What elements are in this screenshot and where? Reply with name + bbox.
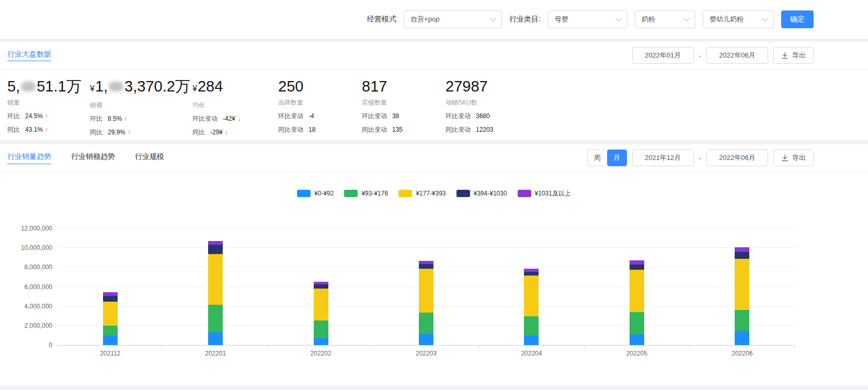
bar-segment[interactable] [314, 320, 328, 338]
overview-export-button[interactable]: 导出 [773, 47, 814, 64]
bar-segment[interactable] [419, 334, 433, 345]
bar-segment[interactable] [735, 252, 749, 259]
bar-segment[interactable] [524, 272, 539, 276]
trend-export-button[interactable]: 导出 [773, 150, 814, 166]
stacked-bar-202203[interactable] [419, 261, 433, 345]
y-axis-tick-label: 0 [0, 341, 52, 349]
chart-legend: ¥0-¥92¥93-¥176¥177-¥393¥394-¥1030¥1031及以… [0, 189, 868, 198]
bar-segment[interactable] [419, 264, 433, 269]
bar-segment[interactable] [103, 296, 118, 302]
bar-segment[interactable] [735, 259, 749, 311]
bar-segment[interactable] [735, 247, 749, 252]
bar-segment[interactable] [735, 331, 749, 345]
kpi-value-text: 1, [95, 78, 108, 95]
stacked-bar-202206[interactable] [735, 247, 749, 345]
download-icon [781, 154, 789, 162]
business-mode-label: 经营模式 [367, 15, 396, 24]
x-axis-tick [795, 345, 795, 348]
overview-section: 行业大盘数据 2022年01月 - 2022年06月 导出 5,51.1万销量环… [0, 42, 868, 140]
legend-swatch [344, 190, 358, 197]
trend-controls: 周 月 2021年12月 - 2022年06月 导出 [587, 150, 814, 166]
bar-segment[interactable] [103, 302, 118, 326]
tab-industry-sales-amount-trend[interactable]: 行业销额趋势 [71, 152, 115, 164]
stacked-bar-202112[interactable] [103, 292, 118, 345]
kpi-metric-row: 环比变动3680 [446, 112, 493, 121]
kpi-metric-row: 同比29.9%↑ [90, 128, 192, 137]
bar-segment[interactable] [314, 289, 328, 320]
week-toggle-button[interactable]: 周 [587, 150, 607, 166]
bar-segment[interactable] [208, 245, 223, 254]
bar-segment[interactable] [208, 254, 223, 305]
business-mode-select[interactable]: 自营+pop [404, 10, 502, 28]
bar-segment[interactable] [630, 335, 644, 345]
bar-segment[interactable] [103, 292, 118, 296]
legend-item[interactable]: ¥0-¥92 [297, 190, 334, 197]
redacted-blur [21, 82, 36, 91]
legend-label: ¥93-¥176 [361, 190, 388, 197]
overview-title-link[interactable]: 行业大盘数据 [7, 50, 51, 61]
overview-start-month-picker[interactable]: 2022年01月 [632, 47, 694, 64]
bar-segment[interactable] [524, 276, 539, 317]
legend-item[interactable]: ¥177-¥393 [398, 190, 446, 197]
tab-industry-sales-volume-trend[interactable]: 行业销量趋势 [7, 152, 51, 164]
category-level1-select[interactable]: 母婴 [548, 10, 627, 28]
bar-segment[interactable] [208, 241, 223, 245]
metric-value: 43.1% [25, 126, 43, 133]
stacked-bar-202202[interactable] [314, 282, 328, 345]
bar-segment[interactable] [314, 338, 328, 345]
x-axis-tick [690, 345, 690, 348]
legend-label: ¥0-¥92 [314, 190, 334, 197]
bar-segment[interactable] [419, 269, 433, 313]
chevron-down-icon [683, 15, 689, 21]
bar-segment[interactable] [524, 316, 539, 336]
metric-value: 38 [392, 112, 399, 120]
bar-segment[interactable] [419, 313, 433, 334]
x-axis-tick [584, 345, 585, 348]
kpi-metric-row: 环比变动-42¥↓ [192, 114, 278, 123]
bar-segment[interactable] [208, 332, 223, 345]
bar-segment[interactable] [630, 270, 644, 313]
metric-value: 8.5% [108, 115, 122, 122]
stacked-bar-202205[interactable] [630, 260, 644, 345]
x-axis-tick [58, 345, 58, 348]
down-arrow-icon: ↓ [225, 128, 229, 136]
bar-segment[interactable] [630, 312, 644, 335]
tab-industry-scale[interactable]: 行业规模 [135, 152, 164, 164]
trend-section: 行业销量趋势 行业销额趋势 行业规模 周 月 2021年12月 - 2022年0… [0, 144, 868, 386]
metric-value: -29¥ [210, 129, 223, 136]
x-axis-category-label: 202205 [626, 350, 647, 357]
bar-segment[interactable] [208, 305, 223, 332]
kpi-metric-row: 同比变动135 [362, 125, 446, 134]
bar-segment[interactable] [630, 265, 644, 270]
kpi-value: 250 [278, 77, 362, 96]
metric-label: 环比变动 [278, 112, 303, 120]
confirm-button[interactable]: 确定 [781, 10, 814, 28]
overview-end-month-picker[interactable]: 2022年06月 [706, 47, 768, 64]
kpi-card-4: 817店铺数量环比变动38同比变动135 [362, 77, 446, 137]
bar-segment[interactable] [524, 336, 539, 345]
legend-item[interactable]: ¥1031及以上 [518, 189, 571, 198]
currency-symbol: ¥ [90, 84, 95, 93]
bar-segment[interactable] [314, 284, 328, 289]
metric-label: 同比变动 [362, 126, 387, 133]
legend-item[interactable]: ¥93-¥176 [344, 190, 388, 197]
month-toggle-button[interactable]: 月 [607, 150, 627, 166]
kpi-label: 店铺数量 [362, 98, 446, 107]
trend-start-month-picker[interactable]: 2021年12月 [632, 150, 694, 166]
trend-end-month-picker[interactable]: 2022年06月 [706, 150, 768, 166]
date-range-separator: - [699, 52, 701, 60]
chevron-down-icon [490, 15, 496, 21]
bar-segment[interactable] [103, 326, 118, 336]
category-level3-select[interactable]: 婴幼儿奶粉 [703, 10, 774, 28]
kpi-value: ¥284 [192, 77, 278, 98]
category-level2-select[interactable]: 奶粉 [635, 10, 695, 28]
bar-segment[interactable] [630, 260, 644, 265]
bar-segment[interactable] [735, 310, 749, 331]
stacked-bar-202201[interactable] [208, 241, 223, 345]
up-arrow-icon: ↑ [45, 125, 49, 133]
y-axis-tick-label: 8,000,000 [0, 263, 52, 271]
bar-segment[interactable] [103, 336, 118, 345]
stacked-bar-202204[interactable] [524, 269, 539, 345]
legend-item[interactable]: ¥394-¥1030 [456, 190, 507, 197]
y-axis-tick-label: 10,000,000 [0, 244, 52, 251]
